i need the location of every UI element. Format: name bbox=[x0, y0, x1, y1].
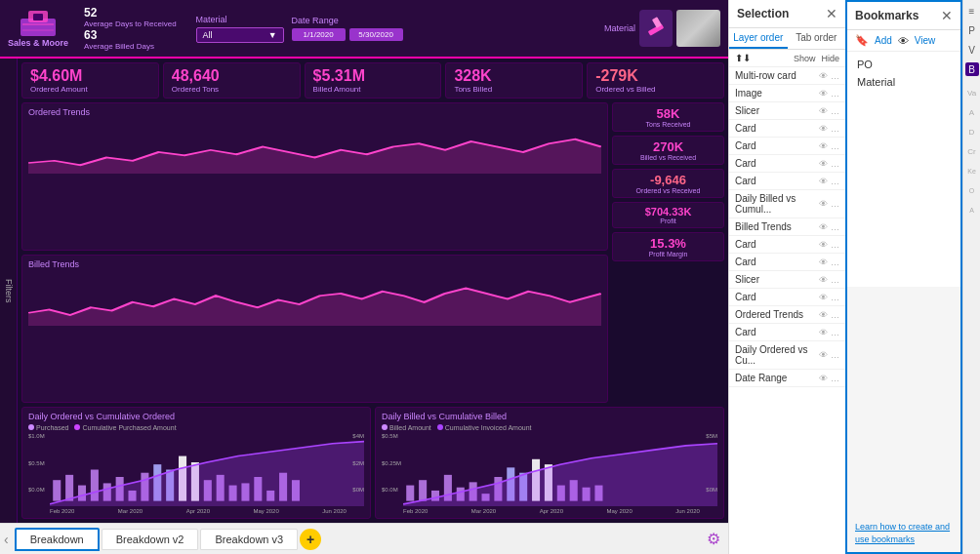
more-icon[interactable]: … bbox=[831, 89, 839, 99]
edge-icon-10[interactable]: O bbox=[965, 183, 979, 197]
more-icon[interactable]: … bbox=[831, 257, 839, 267]
content-with-filters: Filters $4.60M Ordered Amount 48,640 Ord… bbox=[0, 59, 728, 523]
more-icon[interactable]: … bbox=[831, 240, 839, 250]
eye-icon[interactable]: 👁 bbox=[819, 310, 828, 320]
edge-icon-11[interactable]: A bbox=[965, 203, 979, 217]
more-icon[interactable]: … bbox=[831, 199, 839, 209]
right-kpi-tons-received: 58K Tons Received bbox=[612, 102, 724, 132]
tab-add-button[interactable]: + bbox=[300, 529, 321, 550]
ordered-trends-title: Ordered Trends bbox=[28, 107, 601, 117]
logo-icon bbox=[19, 9, 58, 38]
bookmark-view-button[interactable]: View bbox=[915, 35, 936, 46]
eye-icon[interactable]: 👁 bbox=[819, 328, 828, 337]
list-item[interactable]: Card 👁 … bbox=[729, 155, 845, 173]
edge-icon-3[interactable]: V bbox=[965, 43, 979, 57]
list-item[interactable]: Card 👁 … bbox=[729, 324, 845, 341]
list-item[interactable]: Card 👁 … bbox=[729, 120, 845, 138]
eye-icon[interactable]: 👁 bbox=[819, 257, 828, 267]
more-icon[interactable]: … bbox=[831, 141, 839, 151]
list-item[interactable]: Multi-row card 👁 … bbox=[729, 67, 845, 85]
bookmarks-close[interactable]: ✕ bbox=[941, 8, 953, 23]
bookmark-add-button[interactable]: Add bbox=[875, 35, 892, 46]
list-item[interactable]: Card 👁 … bbox=[729, 138, 845, 155]
list-item[interactable]: Card 👁 … bbox=[729, 289, 845, 306]
list-item[interactable]: Date Range 👁 … bbox=[729, 370, 845, 387]
bookmark-item-po[interactable]: PO bbox=[847, 56, 960, 73]
ordered-trends-svg bbox=[28, 120, 601, 174]
eye-icon[interactable]: 👁 bbox=[819, 106, 828, 116]
edge-icon-5[interactable]: Va bbox=[965, 86, 979, 99]
more-icon[interactable]: … bbox=[831, 159, 839, 169]
list-item[interactable]: Card 👁 … bbox=[729, 236, 845, 254]
right-kpi-billed-vs-received: 270K Billed vs Received bbox=[612, 136, 724, 165]
ordered-x-labels: Feb 2020 Mar 2020 Apr 2020 May 2020 Jun … bbox=[50, 508, 364, 514]
more-icon[interactable]: … bbox=[831, 293, 839, 302]
top-stats: 52 Average Days to Received 63 Average B… bbox=[84, 6, 177, 51]
eye-icon[interactable]: 👁 bbox=[819, 159, 828, 169]
more-icon[interactable]: … bbox=[831, 177, 839, 186]
tab-nav-left[interactable]: ‹ bbox=[4, 532, 9, 547]
date-range-filter: Date Range 1/1/2020 5/30/2020 bbox=[292, 16, 403, 41]
list-item[interactable]: Card 👁 … bbox=[729, 254, 845, 271]
list-item[interactable]: Slicer 👁 … bbox=[729, 102, 845, 120]
eye-icon[interactable]: 👁 bbox=[819, 124, 828, 134]
edge-icon-6[interactable]: A bbox=[965, 105, 979, 119]
list-item[interactable]: Card 👁 … bbox=[729, 173, 845, 190]
list-item[interactable]: Daily Ordered vs Cu... 👁 … bbox=[729, 341, 845, 370]
tab-breakdown-v3[interactable]: Breakdown v3 bbox=[200, 529, 298, 550]
ordered-trends-chart: Ordered Trends bbox=[21, 102, 608, 251]
selection-panel-close[interactable]: ✕ bbox=[826, 6, 837, 21]
eye-icon[interactable]: 👁 bbox=[819, 350, 828, 360]
more-icon[interactable]: … bbox=[831, 124, 839, 134]
edge-icon-7[interactable]: D bbox=[965, 125, 979, 138]
edge-icon-1[interactable]: ≡ bbox=[965, 4, 979, 18]
more-icon[interactable]: … bbox=[831, 106, 839, 116]
rk-tons-received-value: 58K bbox=[619, 106, 717, 121]
list-item[interactable]: Image 👁 … bbox=[729, 85, 845, 102]
bottom-tabs: ‹ Breakdown Breakdown v2 Breakdown v3 + … bbox=[0, 523, 728, 554]
bookmark-item-material[interactable]: Material bbox=[847, 73, 960, 91]
eye-icon[interactable]: 👁 bbox=[819, 374, 828, 383]
edge-icon-9[interactable]: Ke bbox=[965, 164, 979, 178]
ordered-legend: Purchased Cumulative Purchased Amount bbox=[28, 424, 364, 431]
eye-icon[interactable]: 👁 bbox=[819, 177, 828, 186]
list-item[interactable]: Slicer 👁 … bbox=[729, 271, 845, 289]
eye-icon[interactable]: 👁 bbox=[819, 222, 828, 232]
tab-breakdown-v2[interactable]: Breakdown v2 bbox=[102, 529, 199, 550]
eye-icon[interactable]: 👁 bbox=[819, 293, 828, 302]
material-dropdown[interactable]: All ▼ bbox=[196, 27, 284, 43]
edge-icon-8[interactable]: Cr bbox=[965, 144, 979, 158]
more-icon[interactable]: … bbox=[831, 71, 839, 81]
edge-icon-4[interactable]: B bbox=[965, 62, 979, 76]
eye-icon[interactable]: 👁 bbox=[819, 240, 828, 250]
more-icon[interactable]: … bbox=[831, 222, 839, 232]
kpi-value-billed-amount: $5.31M bbox=[313, 67, 433, 85]
eye-icon[interactable]: 👁 bbox=[819, 275, 828, 285]
bookmark-add-icon: 🔖 bbox=[855, 34, 869, 47]
date-end-input[interactable]: 5/30/2020 bbox=[349, 28, 403, 41]
dashboard-area: Sales & Moore 52 Average Days to Receive… bbox=[0, 0, 728, 554]
edge-icon-2[interactable]: P bbox=[965, 23, 979, 37]
material-label2: Material bbox=[604, 23, 635, 33]
list-item[interactable]: Daily Billed vs Cumul... 👁 … bbox=[729, 190, 845, 218]
eye-icon[interactable]: 👁 bbox=[819, 89, 828, 99]
eye-icon[interactable]: 👁 bbox=[819, 141, 828, 151]
more-icon[interactable]: … bbox=[831, 350, 839, 360]
rk-ordered-vs-received-label: Ordered vs Received bbox=[619, 187, 717, 194]
ordered-cumulative-chart: Daily Ordered vs Cumulative Ordered Purc… bbox=[21, 407, 371, 519]
rk-profit-margin-label: Profit Margin bbox=[619, 251, 717, 257]
right-kpi-profit: $704.33K Profit bbox=[612, 202, 724, 228]
list-item[interactable]: Billed Trends 👁 … bbox=[729, 218, 845, 236]
list-item[interactable]: Ordered Trends 👁 … bbox=[729, 306, 845, 324]
eye-icon[interactable]: 👁 bbox=[819, 71, 828, 81]
more-icon[interactable]: … bbox=[831, 328, 839, 337]
more-icon[interactable]: … bbox=[831, 275, 839, 285]
more-icon[interactable]: … bbox=[831, 310, 839, 320]
more-icon[interactable]: … bbox=[831, 374, 839, 383]
bookmarks-learn-link[interactable]: Learn how to create and use bookmarks bbox=[855, 522, 950, 545]
date-start-input[interactable]: 1/1/2020 bbox=[292, 28, 346, 41]
tab-layer-order[interactable]: Layer order bbox=[729, 28, 788, 49]
tab-tab-order[interactable]: Tab order bbox=[788, 28, 846, 49]
eye-icon[interactable]: 👁 bbox=[819, 199, 828, 209]
tab-breakdown[interactable]: Breakdown bbox=[15, 528, 100, 551]
